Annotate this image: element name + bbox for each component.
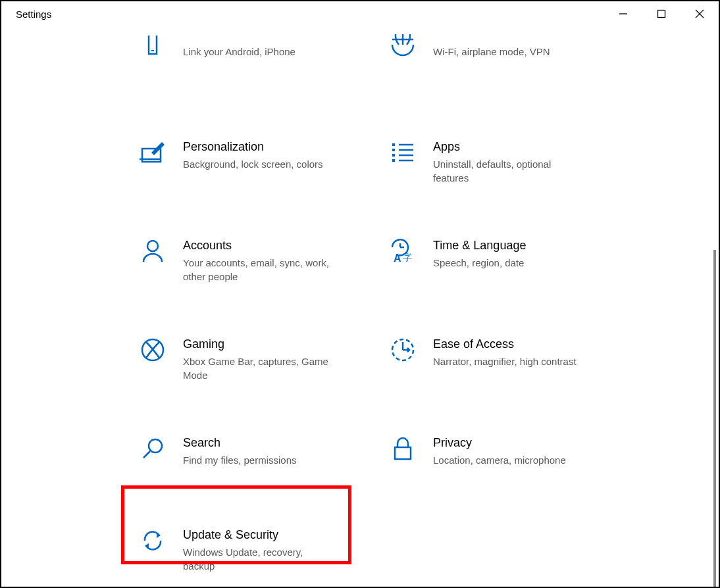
window-controls	[604, 1, 719, 26]
content-area: Link your Android, iPhone Wi-Fi, airplan…	[1, 26, 719, 587]
category-desc: Background, lock screen, colors	[183, 157, 323, 171]
category-accounts[interactable]: Accounts Your accounts, email, sync, wor…	[133, 230, 376, 296]
category-title: Privacy	[433, 435, 566, 451]
category-update-security[interactable]: Update & Security Windows Update, recove…	[133, 520, 376, 585]
lock-icon	[388, 434, 417, 463]
person-icon	[138, 237, 167, 266]
phone-icon	[138, 33, 167, 62]
xbox-icon	[138, 335, 167, 364]
category-title: Personalization	[183, 139, 323, 155]
paint-icon	[138, 138, 167, 167]
category-network[interactable]: Wi-Fi, airplane mode, VPN	[383, 26, 627, 92]
svg-text:字: 字	[403, 252, 412, 262]
category-desc: Location, camera, microphone	[433, 453, 566, 467]
category-title: Update & Security	[183, 527, 334, 543]
svg-text:A: A	[394, 253, 401, 264]
maximize-button[interactable]	[642, 1, 681, 26]
category-title: Accounts	[183, 238, 334, 253]
category-title: Time & Language	[433, 238, 526, 253]
category-search[interactable]: Search Find my files, permissions	[133, 428, 376, 493]
category-personalization[interactable]: Personalization Background, lock screen,…	[133, 132, 376, 197]
category-desc: Narrator, magnifier, high contrast	[433, 355, 577, 368]
globe-icon	[388, 33, 417, 62]
svg-rect-12	[392, 159, 395, 162]
categories-grid: Link your Android, iPhone Wi-Fi, airplan…	[133, 26, 627, 585]
category-desc: Speech, region, date	[433, 256, 526, 270]
category-desc: Find my files, permissions	[183, 453, 297, 467]
category-phone[interactable]: Link your Android, iPhone	[133, 26, 376, 92]
minimize-button[interactable]	[604, 1, 642, 26]
svg-line-26	[143, 451, 150, 458]
window-title: Settings	[16, 9, 51, 20]
sync-icon	[138, 526, 167, 555]
category-title: Apps	[433, 139, 584, 155]
category-title: Ease of Access	[433, 337, 577, 352]
svg-rect-10	[392, 149, 395, 151]
category-ease-of-access[interactable]: Ease of Access Narrator, magnifier, high…	[383, 329, 627, 395]
svg-point-25	[149, 439, 162, 453]
category-title: Search	[183, 435, 297, 451]
category-desc: Uninstall, defaults, optional features	[433, 157, 584, 185]
time-language-icon: A 字	[388, 237, 417, 266]
svg-rect-27	[395, 447, 411, 459]
category-desc: Link your Android, iPhone	[183, 45, 296, 59]
ease-of-access-icon	[388, 335, 417, 364]
category-desc: Windows Update, recovery, backup	[183, 545, 334, 573]
category-gaming[interactable]: Gaming Xbox Game Bar, captures, Game Mod…	[133, 329, 376, 395]
svg-rect-1	[658, 11, 665, 18]
category-title: Gaming	[183, 337, 334, 352]
category-privacy[interactable]: Privacy Location, camera, microphone	[383, 428, 627, 493]
svg-point-17	[147, 241, 158, 251]
category-desc: Xbox Game Bar, captures, Game Mode	[183, 355, 334, 382]
category-desc: Wi-Fi, airplane mode, VPN	[433, 45, 550, 59]
close-button[interactable]	[681, 1, 719, 26]
category-time-language[interactable]: A 字 Time & Language Speech, region, date	[383, 230, 627, 296]
scrollbar[interactable]	[713, 250, 716, 587]
svg-rect-11	[392, 154, 395, 157]
svg-rect-9	[392, 143, 395, 146]
list-icon	[388, 138, 417, 167]
category-desc: Your accounts, email, sync, work, other …	[183, 256, 334, 283]
search-icon	[138, 434, 167, 463]
category-apps[interactable]: Apps Uninstall, defaults, optional featu…	[383, 132, 627, 197]
